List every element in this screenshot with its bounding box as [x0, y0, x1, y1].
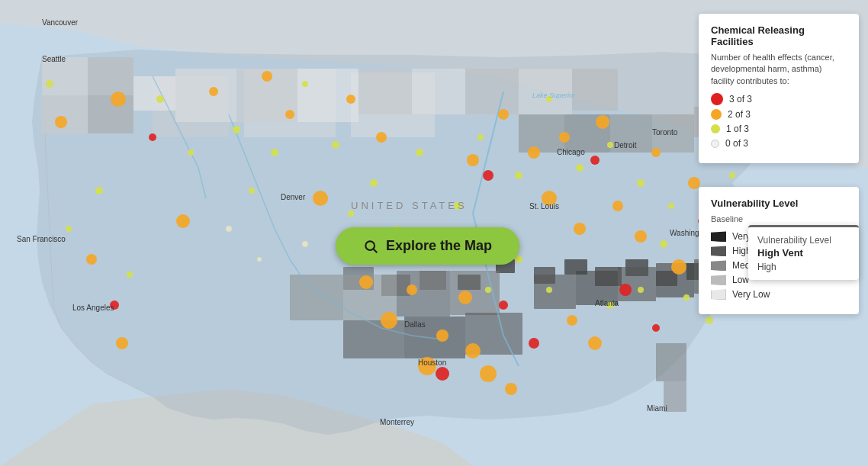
legend-item-very-low: Very Low — [711, 289, 847, 300]
svg-point-58 — [652, 324, 660, 332]
svg-point-119 — [668, 203, 674, 209]
svg-point-61 — [86, 254, 97, 265]
svg-point-112 — [454, 202, 461, 210]
search-icon — [363, 239, 378, 254]
svg-point-117 — [607, 142, 613, 148]
svg-point-67 — [313, 191, 328, 206]
svg-rect-31 — [610, 114, 652, 153]
svg-point-113 — [477, 134, 484, 140]
svg-point-129 — [683, 294, 690, 300]
svg-point-84 — [635, 230, 647, 243]
svg-point-103 — [249, 188, 255, 194]
svg-point-133 — [226, 226, 232, 232]
vulnerability-legend-title: Vulnerability Level — [711, 198, 847, 209]
svg-point-118 — [637, 179, 645, 187]
svg-point-64 — [209, 87, 218, 96]
swatch-very-high — [711, 231, 726, 242]
svg-point-57 — [529, 338, 539, 349]
svg-point-91 — [465, 343, 481, 358]
svg-point-75 — [458, 291, 472, 304]
tooltip-value: High — [757, 262, 850, 272]
svg-point-56 — [499, 300, 508, 310]
svg-point-66 — [285, 110, 294, 119]
svg-rect-40 — [290, 275, 343, 320]
swatch-medium — [711, 260, 726, 271]
svg-rect-24 — [358, 69, 412, 114]
svg-rect-25 — [412, 69, 465, 114]
svg-point-110 — [416, 149, 423, 156]
svg-point-73 — [418, 357, 436, 375]
svg-point-55 — [149, 133, 156, 141]
svg-point-79 — [542, 191, 557, 206]
svg-point-60 — [111, 92, 126, 107]
svg-point-108 — [370, 179, 378, 187]
svg-point-74 — [436, 329, 448, 342]
svg-point-65 — [262, 71, 272, 82]
svg-point-68 — [346, 95, 355, 104]
label-very-low: Very Low — [732, 289, 770, 300]
legend-item-3of3: 3 of 3 — [711, 93, 847, 105]
svg-point-93 — [505, 383, 517, 395]
svg-point-76 — [467, 154, 479, 166]
svg-point-49 — [110, 300, 119, 310]
map-container: UNITED STATES Vancouver Seattle San Fran… — [0, 0, 868, 466]
svg-rect-35 — [534, 275, 576, 309]
tooltip-label: Vulnerability Level — [757, 235, 850, 246]
chemical-legend-description: Number of health effects (cancer, develo… — [711, 52, 847, 87]
svg-point-72 — [407, 284, 417, 295]
explore-map-button[interactable]: Explore the Map — [336, 227, 519, 265]
svg-point-95 — [588, 336, 602, 350]
svg-point-92 — [480, 365, 497, 382]
svg-point-59 — [55, 116, 67, 128]
label-low: Low — [732, 275, 749, 285]
svg-point-71 — [381, 312, 397, 329]
svg-point-87 — [688, 177, 700, 189]
chemical-legend-title: Chemical Releasing Facilities — [711, 24, 847, 47]
label-2of3: 2 of 3 — [728, 109, 751, 120]
svg-point-62 — [116, 337, 128, 349]
svg-rect-18 — [42, 95, 88, 133]
svg-point-116 — [576, 164, 583, 172]
svg-point-114 — [515, 172, 522, 179]
svg-point-123 — [485, 287, 491, 293]
svg-point-105 — [302, 81, 308, 87]
svg-point-94 — [567, 315, 577, 326]
svg-point-96 — [46, 80, 53, 88]
svg-point-128 — [660, 240, 667, 248]
svg-point-50 — [483, 170, 493, 181]
tooltip-panel: Vulnerability Level High Vent High — [748, 225, 859, 280]
svg-rect-32 — [652, 114, 694, 153]
svg-point-99 — [127, 272, 133, 278]
svg-point-127 — [638, 287, 644, 293]
svg-point-83 — [612, 201, 623, 211]
svg-rect-47 — [656, 343, 686, 381]
svg-rect-42 — [397, 271, 450, 317]
svg-point-100 — [156, 95, 164, 103]
svg-point-135 — [302, 241, 308, 247]
svg-point-98 — [95, 187, 103, 194]
svg-rect-20 — [133, 76, 175, 111]
tooltip-title: High Vent — [757, 247, 850, 259]
svg-point-53 — [436, 367, 449, 381]
svg-point-77 — [498, 109, 509, 120]
svg-point-125 — [546, 287, 552, 293]
svg-rect-27 — [519, 69, 572, 114]
chemical-facilities-legend: Chemical Releasing Facilities Number of … — [699, 14, 859, 163]
swatch-very-low — [711, 289, 726, 300]
svg-point-78 — [528, 146, 540, 159]
svg-point-69 — [376, 132, 387, 143]
label-3of3: 3 of 3 — [729, 94, 752, 104]
svg-rect-19 — [88, 95, 133, 133]
dot-3of3 — [711, 93, 723, 105]
dot-0of3 — [711, 140, 719, 148]
svg-rect-36 — [576, 271, 618, 305]
legend-item-2of3: 2 of 3 — [711, 109, 847, 120]
svg-point-80 — [559, 132, 570, 143]
svg-rect-28 — [572, 69, 618, 111]
svg-rect-26 — [465, 69, 519, 114]
svg-point-130 — [706, 317, 713, 324]
svg-point-82 — [596, 115, 609, 129]
svg-point-81 — [574, 223, 586, 235]
label-0of3: 0 of 3 — [725, 138, 748, 149]
svg-point-101 — [188, 149, 194, 156]
